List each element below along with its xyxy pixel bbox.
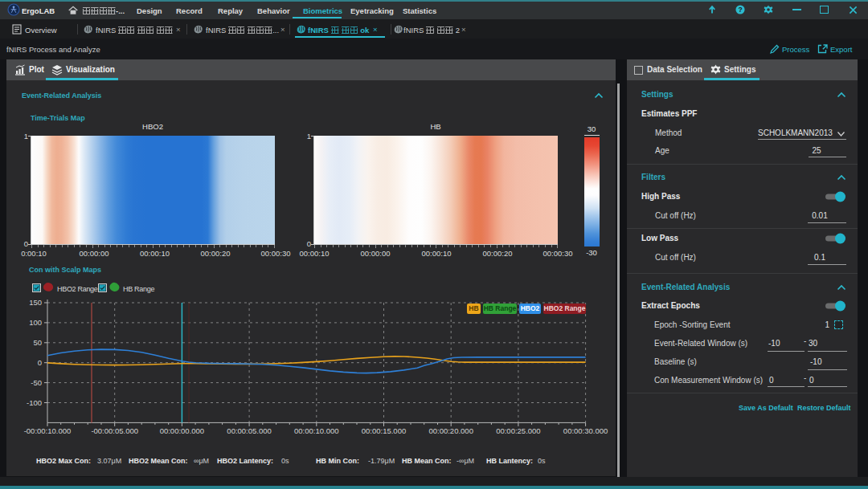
svg-text:150: 150: [29, 298, 42, 307]
svg-text:?: ?: [738, 6, 742, 14]
svg-text:00:00:20.000: 00:00:20.000: [428, 426, 473, 435]
svg-text:00:00:00.000: 00:00:00.000: [160, 426, 204, 435]
svg-text:00:00:30.000: 00:00:30.000: [563, 426, 608, 435]
svg-text:-00:00:05.000: -00:00:05.000: [91, 426, 138, 435]
svg-text:-00:00:10.000: -00:00:10.000: [24, 426, 72, 435]
svg-text:00:00:15.000: 00:00:15.000: [362, 426, 406, 435]
svg-text:0: 0: [38, 358, 42, 367]
svg-text:00:00:05.000: 00:00:05.000: [227, 426, 271, 435]
svg-text:00:00:25.000: 00:00:25.000: [496, 426, 540, 435]
svg-text:50: 50: [33, 338, 42, 347]
svg-text:-100: -100: [27, 398, 42, 407]
svg-text:-50: -50: [31, 378, 42, 387]
svg-text:00:00:10.000: 00:00:10.000: [294, 426, 338, 435]
svg-text:100: 100: [29, 318, 42, 327]
